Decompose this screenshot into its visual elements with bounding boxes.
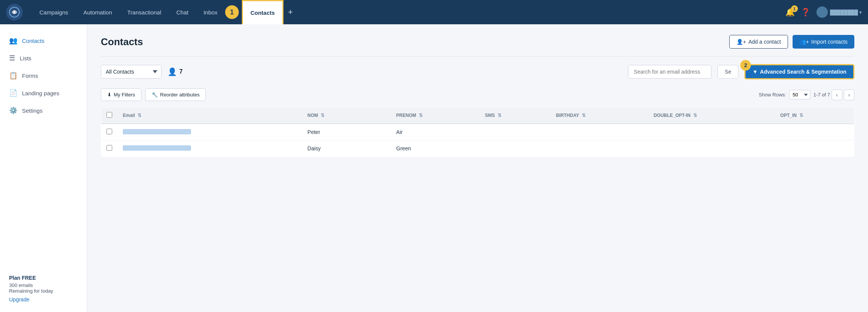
row-1-nom: Peter — [302, 124, 391, 140]
help-button[interactable]: ❓ — [801, 8, 810, 17]
row-2-nom: Daisy — [302, 140, 391, 157]
search-email-input[interactable] — [628, 65, 711, 79]
select-all-header — [101, 107, 118, 124]
pagination: 1-7 of 7 ‹ › — [813, 90, 854, 100]
show-rows-section: Show Rows: 50 25 100 1-7 of 7 ‹ › — [759, 90, 854, 100]
actions-left: ⬇ My Filters 🔧 Reorder attributes — [101, 88, 206, 101]
app-layout: 👥 Contacts ☰ Lists 📋 Forms 📄 Landing pag… — [0, 24, 868, 312]
nav-item-inbox[interactable]: Inbox — [196, 0, 225, 24]
col-header-opt-in[interactable]: OPT_IN ⇅ — [775, 107, 854, 124]
col-header-sms[interactable]: SMS ⇅ — [479, 107, 550, 124]
row-2-email-blurred — [123, 145, 191, 151]
table-body: Peter Air Daisy Green — [101, 124, 854, 157]
header-divider — [101, 56, 854, 57]
birthday-sort-icon: ⇅ — [582, 113, 586, 118]
row-1-checkbox[interactable] — [107, 129, 112, 134]
main-content: Contacts 👤+ Add a contact 👥+ Import cont… — [87, 24, 868, 312]
my-filters-button[interactable]: ⬇ My Filters — [101, 88, 141, 101]
import-icon: 👥+ — [799, 39, 809, 45]
col-header-prenom[interactable]: PRENOM ⇅ — [391, 107, 479, 124]
add-contact-icon: 👤+ — [736, 39, 746, 45]
email-sort-icon: ⇅ — [138, 113, 141, 118]
col-birthday-label: BIRTHDAY — [556, 113, 579, 118]
nav-item-campaigns[interactable]: Campaigns — [32, 0, 76, 24]
row-1-double-opt-in — [648, 124, 775, 140]
plan-label: Plan FREE — [9, 275, 78, 281]
import-contacts-button[interactable]: 👥+ Import contacts — [793, 35, 854, 49]
contact-count: 👤 7 — [168, 67, 183, 76]
landing-icon: 📄 — [9, 89, 17, 97]
nom-sort-icon: ⇅ — [321, 113, 324, 118]
advanced-search-label: Advanced Search & Segmentation — [760, 69, 846, 75]
top-navigation: Campaigns Automation Transactional Chat … — [0, 0, 868, 24]
page-header: Contacts 👤+ Add a contact 👥+ Import cont… — [101, 35, 854, 49]
prev-page-button[interactable]: ‹ — [832, 90, 842, 100]
select-all-checkbox[interactable] — [107, 112, 112, 118]
prenom-sort-icon: ⇅ — [419, 113, 423, 118]
table-row: Peter Air — [101, 124, 854, 140]
col-nom-label: NOM — [307, 113, 318, 118]
table-row: Daisy Green — [101, 140, 854, 157]
optin-sort-icon: ⇅ — [799, 113, 803, 118]
nav-item-contacts[interactable]: Contacts — [242, 0, 284, 24]
user-name-blurred: ████████ ▾ — [830, 9, 862, 15]
nav-add-button[interactable]: + — [284, 7, 298, 17]
plan-emails: 300 emails — [9, 282, 78, 288]
user-menu-button[interactable]: ████████ ▾ — [816, 6, 862, 18]
nav-item-automation[interactable]: Automation — [76, 0, 120, 24]
sidebar-item-lists[interactable]: ☰ Lists — [0, 49, 87, 67]
col-sms-label: SMS — [485, 113, 495, 118]
col-header-double-opt-in[interactable]: DOUBLE_OPT-IN ⇅ — [648, 107, 775, 124]
sidebar-item-label-forms: Forms — [22, 72, 38, 79]
show-rows-label: Show Rows: — [759, 92, 786, 98]
sidebar-item-contacts[interactable]: 👥 Contacts — [0, 32, 87, 49]
sidebar-item-label-contacts: Contacts — [22, 38, 44, 44]
sidebar-item-label-settings: Settings — [22, 107, 42, 114]
wrench-icon: 🔧 — [152, 92, 158, 98]
sms-sort-icon: ⇅ — [498, 113, 501, 118]
sidebar-plan-section: Plan FREE 300 emails Remaining for today… — [0, 275, 87, 303]
contact-count-number: 7 — [179, 68, 183, 75]
filter-download-icon: ⬇ — [107, 92, 111, 98]
rows-per-page-select[interactable]: 50 25 100 — [789, 90, 810, 99]
contacts-filter-select[interactable]: All Contacts Subscribed Unsubscribed Bla… — [101, 65, 161, 79]
contact-count-icon: 👤 — [168, 67, 177, 76]
notifications-button[interactable]: 🔔 1 — [785, 8, 795, 17]
row-1-email-blurred — [123, 129, 191, 134]
col-header-email[interactable]: Email ⇅ — [118, 107, 302, 124]
forms-icon: 📋 — [9, 71, 17, 80]
row-2-checkbox[interactable] — [107, 145, 112, 151]
col-header-birthday[interactable]: BIRTHDAY ⇅ — [551, 107, 649, 124]
row-1-prenom: Air — [391, 124, 479, 140]
sidebar-item-landing-pages[interactable]: 📄 Landing pages — [0, 84, 87, 102]
reorder-attributes-button[interactable]: 🔧 Reorder attributes — [145, 88, 206, 101]
row-2-double-opt-in — [648, 140, 775, 157]
sidebar-item-settings[interactable]: ⚙️ Settings — [0, 102, 87, 119]
col-email-label: Email — [123, 113, 135, 118]
svg-point-1 — [13, 11, 16, 13]
upgrade-link[interactable]: Upgrade — [9, 296, 30, 303]
sidebar: 👥 Contacts ☰ Lists 📋 Forms 📄 Landing pag… — [0, 24, 87, 312]
add-contact-button[interactable]: 👤+ Add a contact — [729, 35, 788, 49]
actions-row: ⬇ My Filters 🔧 Reorder attributes Show R… — [101, 88, 854, 101]
plan-remaining: Remaining for today — [9, 288, 78, 294]
avatar — [816, 6, 828, 18]
contacts-table: Email ⇅ NOM ⇅ PRENOM ⇅ SMS ⇅ — [101, 107, 854, 157]
sidebar-item-forms[interactable]: 📋 Forms — [0, 67, 87, 84]
app-logo[interactable] — [6, 4, 23, 20]
notification-badge: 1 — [791, 5, 798, 12]
import-label: Import contacts — [811, 39, 848, 45]
nav-item-transactional[interactable]: Transactional — [120, 0, 169, 24]
settings-icon: ⚙️ — [9, 106, 17, 115]
col-header-nom[interactable]: NOM ⇅ — [302, 107, 391, 124]
page-title: Contacts — [101, 36, 143, 48]
nav-item-chat[interactable]: Chat — [169, 0, 196, 24]
add-contact-label: Add a contact — [748, 39, 781, 45]
advanced-search-button[interactable]: 2 ▼ Advanced Search & Segmentation — [744, 64, 854, 79]
pagination-text: 1-7 of 7 — [813, 92, 830, 98]
reorder-label: Reorder attributes — [160, 92, 199, 98]
col-optin-label: OPT_IN — [780, 113, 797, 118]
search-button[interactable]: Se — [718, 65, 738, 79]
col-prenom-label: PRENOM — [396, 113, 416, 118]
next-page-button[interactable]: › — [844, 90, 854, 100]
